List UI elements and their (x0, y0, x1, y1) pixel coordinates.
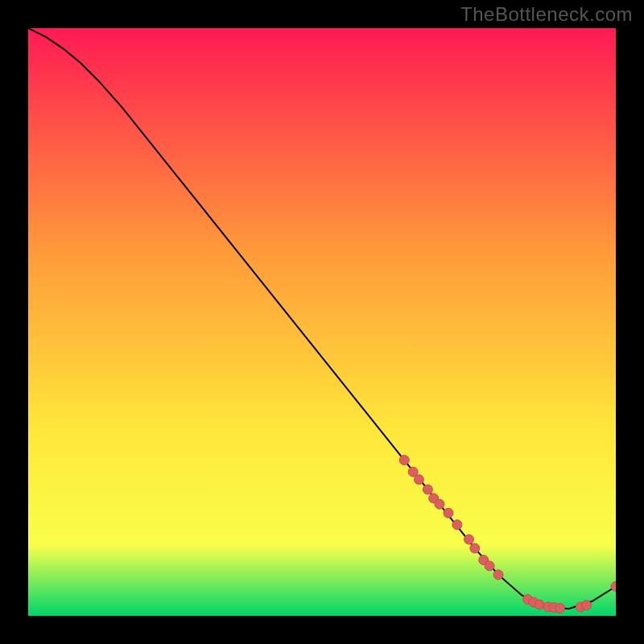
marker-point (485, 561, 494, 571)
marker-point (464, 535, 474, 544)
marker-point (414, 475, 423, 485)
marker-point (535, 600, 544, 609)
marker-point (555, 604, 565, 613)
marker-point (452, 520, 462, 530)
marker-point (399, 456, 409, 465)
marker-point (493, 570, 503, 580)
gradient-background (28, 28, 616, 616)
marker-point (582, 601, 592, 610)
marker-point (423, 485, 432, 494)
chart-svg (28, 28, 616, 616)
chart-canvas: TheBottleneck.com (0, 0, 644, 644)
marker-point (444, 508, 453, 518)
watermark-text: TheBottleneck.com (460, 3, 633, 26)
marker-point (470, 543, 480, 553)
marker-point (435, 499, 444, 509)
plot-area (28, 28, 616, 616)
